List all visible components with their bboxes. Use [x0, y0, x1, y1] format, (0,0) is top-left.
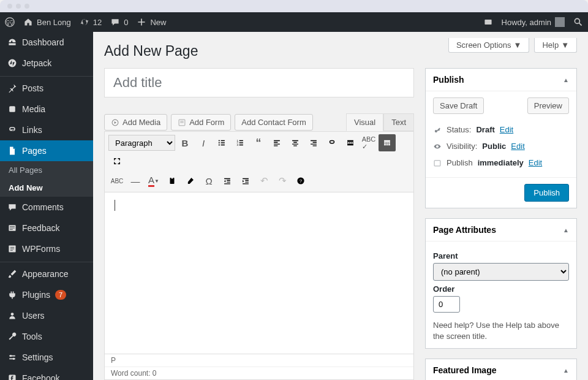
textcolor-button[interactable]: A ▼ — [145, 172, 162, 189]
status-value: Draft — [476, 125, 494, 134]
bullet-list-button[interactable] — [213, 134, 230, 151]
edit-visibility-link[interactable]: Edit — [511, 142, 524, 151]
sidebar-item-tools[interactable]: Tools — [0, 326, 93, 347]
sidebar-item-users[interactable]: Users — [0, 305, 93, 326]
indent-button[interactable] — [237, 172, 254, 189]
number-list-button[interactable]: 123 — [232, 134, 249, 151]
svg-point-3 — [9, 59, 17, 67]
link-button[interactable] — [323, 134, 341, 151]
add-form-button[interactable]: Add Form — [171, 114, 231, 131]
submenu-add-new[interactable]: Add New — [0, 179, 93, 197]
parent-select[interactable]: (no parent) — [433, 263, 569, 281]
admin-sidebar: Dashboard Jetpack Posts Media Links Page… — [0, 32, 93, 380]
plugins-badge: 7 — [55, 290, 66, 300]
preview-button[interactable]: Preview — [527, 97, 569, 114]
bold-button[interactable]: B — [176, 134, 194, 151]
content-editor[interactable] — [104, 192, 414, 354]
redo-button[interactable]: ↷ — [274, 172, 291, 189]
home-icon — [23, 17, 33, 27]
indent-icon — [241, 177, 250, 185]
help-toggle[interactable]: Help ▼ — [534, 38, 577, 53]
plus-icon — [137, 17, 146, 27]
align-center-button[interactable] — [287, 134, 304, 151]
edit-schedule-link[interactable]: Edit — [529, 158, 542, 167]
wp-logo[interactable] — [5, 17, 15, 27]
sidebar-item-wpforms[interactable]: WPForms — [0, 238, 93, 259]
search-toggle[interactable] — [573, 17, 583, 27]
align-left-button[interactable] — [268, 134, 285, 151]
sidebar-item-plugins[interactable]: Plugins 7 — [0, 284, 93, 305]
sidebar-item-comments[interactable]: Comments — [0, 197, 93, 218]
sidebar-label: Media — [22, 104, 45, 114]
align-center-icon — [291, 139, 300, 147]
save-draft-button[interactable]: Save Draft — [433, 97, 484, 114]
spellcheck-button[interactable]: ABC✓ — [360, 134, 377, 151]
sidebar-item-media[interactable]: Media — [0, 99, 93, 120]
sidebar-label: Appearance — [22, 269, 69, 279]
submenu-all-pages[interactable]: All Pages — [0, 161, 93, 179]
sidebar-item-facebook[interactable]: Facebook — [0, 368, 93, 380]
collapse-toggle[interactable]: ▲ — [563, 367, 569, 374]
sidebar-label: Jetpack — [22, 58, 51, 68]
sidebar-item-pages[interactable]: Pages — [0, 140, 93, 161]
paste-text-button[interactable] — [164, 172, 181, 189]
order-input[interactable] — [433, 296, 460, 313]
publish-button[interactable]: Publish — [524, 184, 569, 202]
svg-point-8 — [13, 358, 15, 360]
sidebar-label: WPForms — [22, 244, 60, 254]
edit-status-link[interactable]: Edit — [500, 125, 513, 134]
link-icon — [328, 139, 336, 147]
tab-label: Visual — [354, 118, 375, 127]
add-contact-form-button[interactable]: Add Contact Form — [235, 114, 313, 131]
collapse-toggle[interactable]: ▲ — [563, 227, 569, 234]
italic-button[interactable]: I — [195, 134, 212, 151]
new-content-link[interactable]: New — [137, 17, 166, 27]
post-title-input[interactable] — [104, 68, 414, 97]
add-media-button[interactable]: Add Media — [104, 114, 167, 131]
outdent-button[interactable] — [219, 172, 236, 189]
account-link[interactable]: Howdy, admin — [502, 17, 565, 27]
add-form-label: Add Form — [189, 118, 224, 127]
sidebar-label: Users — [22, 311, 45, 321]
sidebar-item-feedback[interactable]: Feedback — [0, 218, 93, 238]
status-label: Status: — [447, 125, 471, 134]
hr-button[interactable]: — — [127, 172, 144, 189]
sidebar-item-posts[interactable]: Posts — [0, 76, 93, 99]
readmore-button[interactable] — [342, 134, 359, 151]
editor-tab-visual[interactable]: Visual — [346, 113, 383, 131]
special-char-button[interactable]: Ω — [200, 172, 217, 189]
sidebar-item-settings[interactable]: Settings — [0, 347, 93, 368]
list-ol-icon: 123 — [236, 139, 244, 147]
shortcuts-help-button[interactable]: ? — [292, 172, 309, 189]
sidebar-item-jetpack[interactable]: Jetpack — [0, 53, 93, 74]
order-label: Order — [433, 284, 569, 294]
dashboard-icon — [7, 37, 17, 47]
add-contact-form-label: Add Contact Form — [241, 118, 306, 127]
page-attributes-heading: Page Attributes — [433, 225, 496, 235]
format-select[interactable]: Paragraph — [108, 135, 175, 151]
strikethrough-button[interactable]: ABC — [108, 172, 126, 189]
screen-options-toggle[interactable]: Screen Options ▼ — [448, 38, 529, 53]
sidebar-item-dashboard[interactable]: Dashboard — [0, 32, 93, 53]
collapse-toggle[interactable]: ▲ — [563, 77, 569, 83]
pages-submenu: All Pages Add New — [0, 161, 93, 197]
blockquote-button[interactable]: “ — [250, 134, 267, 151]
clear-format-button[interactable] — [182, 172, 199, 189]
publish-heading: Publish — [433, 75, 464, 85]
sidebar-item-appearance[interactable]: Appearance — [0, 262, 93, 284]
editor-tab-text[interactable]: Text — [383, 113, 414, 131]
sidebar-item-links[interactable]: Links — [0, 120, 93, 140]
toolbar-toggle-button[interactable] — [379, 134, 396, 151]
updates-link[interactable]: 12 — [80, 17, 102, 27]
comments-link[interactable]: 0 — [110, 17, 128, 27]
site-name-link[interactable]: Ben Long — [23, 17, 71, 27]
align-right-button[interactable] — [305, 134, 322, 151]
undo-button[interactable]: ↶ — [255, 172, 273, 189]
main-content: Screen Options ▼ Help ▼ Add New Page Add… — [93, 32, 588, 380]
svg-rect-24 — [388, 144, 390, 145]
fullscreen-button[interactable] — [108, 153, 126, 170]
notifications[interactable] — [483, 17, 493, 27]
kitchen-sink-icon — [383, 139, 391, 147]
plugin-icon — [7, 290, 17, 300]
sidebar-label: Settings — [22, 352, 53, 362]
